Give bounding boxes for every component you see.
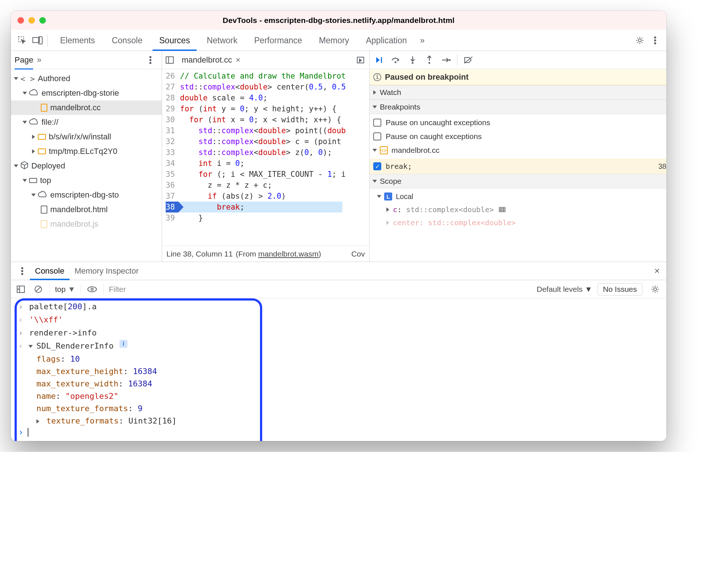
tree-folder-2[interactable]: tmp/tmp.ELcTq2Y0 [11,144,162,159]
gutter[interactable]: 262728 293031 323334 353637 3839 [162,69,178,246]
tree-node-file-scheme[interactable]: file:// [11,115,162,130]
breakpoint-file[interactable]: <> mandelbrot.cc [373,143,663,157]
breakpoint-entry[interactable]: ✓ break; 38 [370,159,666,174]
tree-node-site[interactable]: emscripten-dbg-storie [11,86,162,100]
step-into-icon[interactable] [407,54,418,66]
console-body[interactable]: › palette[200].a ‹ '\\xff' › renderer->i… [11,298,666,441]
svg-point-13 [395,61,397,63]
inspect-icon[interactable] [16,34,28,47]
chevron-down-icon[interactable] [28,345,33,348]
source-map-link[interactable]: mandelbrot.wasm [258,250,319,258]
section-label: Breakpoints [380,103,420,111]
chevron-down-icon [31,194,36,196]
navigator-overflow[interactable]: » [37,55,41,65]
tabs-overflow[interactable]: » [417,30,428,51]
toggle-debugger-icon[interactable] [357,57,364,63]
navigator-header: Page » [11,51,162,69]
section-watch[interactable]: Watch [370,85,666,100]
checkbox-checked[interactable]: ✓ [373,162,381,170]
object-property[interactable]: name: "opengles2" [36,390,666,402]
device-toolbar-icon[interactable] [31,34,44,47]
tab-network[interactable]: Network [200,30,244,51]
editor-tab[interactable]: mandelbrot.cc × [177,51,245,69]
checkbox[interactable] [373,132,381,140]
file-tree[interactable]: < > Authored emscripten-dbg-storie mande… [11,69,162,234]
deactivate-breakpoints-icon[interactable] [462,54,474,66]
checkbox[interactable] [373,119,381,127]
node-label: emscripten-dbg-storie [42,88,119,98]
chevron-down-icon [23,92,27,95]
more-icon[interactable] [649,34,661,47]
levels-label: Default levels [537,285,583,294]
coverage-label[interactable]: Cov [351,250,365,258]
memory-icon[interactable] [499,205,505,214]
tree-folder-1[interactable]: b/s/w/ir/x/w/install [11,130,162,144]
tab-elements[interactable]: Elements [54,30,102,51]
object-properties: flags: 10 max_texture_height: 16384 max_… [11,353,666,427]
log-levels-select[interactable]: Default levels▼ [537,285,592,294]
svg-point-19 [449,59,451,61]
issues-button[interactable]: No Issues [598,283,642,295]
clear-console-icon[interactable] [32,283,44,295]
svg-point-4 [654,36,656,38]
navigator-more-icon[interactable] [144,54,157,66]
chevron-right-icon [386,207,389,212]
object-property[interactable]: max_texture_width: 16384 [36,378,666,390]
tree-file-js[interactable]: mandelbrot.js [11,217,162,231]
window-title: DevTools - emscripten-dbg-stories.netlif… [11,16,666,25]
chevron-right-icon[interactable] [36,419,39,424]
object-property[interactable]: texture_formats: Uint32[16] [36,415,666,427]
prompt-in-icon: › [18,301,25,313]
svg-point-33 [88,287,97,292]
context-label: top [55,285,66,294]
tree-group-deployed[interactable]: Deployed [11,159,162,173]
drawer-close-icon[interactable]: × [651,265,663,277]
tab-application[interactable]: Application [359,30,414,51]
step-over-icon[interactable] [390,54,402,66]
object-property[interactable]: flags: 10 [36,353,666,365]
filter-input[interactable]: Filter [109,285,532,294]
drawer-tab-memory-inspector[interactable]: Memory Inspector [70,262,144,280]
section-breakpoints[interactable]: Breakpoints [370,100,666,114]
section-scope[interactable]: Scope [370,174,666,188]
live-expression-icon[interactable] [86,283,98,295]
code-area[interactable]: 262728 293031 323334 353637 3839 // Calc… [162,69,369,246]
prompt-in-icon: › [18,427,23,437]
tree-node-deployed-site[interactable]: emscripten-dbg-sto [11,188,162,202]
tree-file-mandelbrot-cc[interactable]: mandelbrot.cc [11,100,162,115]
scope-variable[interactable]: c: std::complex<double> [373,203,663,216]
settings-icon[interactable] [634,34,646,47]
console-sidebar-icon[interactable] [15,283,27,295]
scope-local[interactable]: L Local [373,190,663,203]
close-tab-icon[interactable]: × [236,55,240,65]
info-badge-icon[interactable]: i [119,340,127,348]
drawer-tab-console[interactable]: Console [30,262,70,280]
step-icon[interactable] [440,54,452,66]
tab-sources[interactable]: Sources [153,30,196,51]
pause-caught-row[interactable]: Pause on caught exceptions [373,130,663,143]
editor-tabs: mandelbrot.cc × [162,51,369,69]
console-output-line[interactable]: ‹ SDL_RendererInfo i [11,340,666,353]
object-property[interactable]: max_texture_height: 16384 [36,365,666,378]
node-label: file:// [42,118,58,127]
console-settings-icon[interactable] [649,283,661,295]
tab-memory[interactable]: Memory [312,30,356,51]
resume-icon[interactable] [373,54,385,66]
context-selector[interactable]: top ▼ [55,285,81,294]
tab-console[interactable]: Console [105,30,149,51]
toggle-navigator-icon[interactable] [164,54,176,66]
tree-group-authored[interactable]: < > Authored [11,71,162,86]
file-label: mandelbrot.cc [391,146,440,155]
object-property[interactable]: num_texture_formats: 9 [36,402,666,415]
code-body[interactable]: // Calculate and draw the Mandelbrot std… [178,69,346,246]
navigator-tab-page[interactable]: Page [15,55,33,69]
step-out-icon[interactable] [424,54,435,66]
tree-file-html[interactable]: mandelbrot.html [11,202,162,217]
scope-body: L Local c: std::complex<double> center: … [370,188,666,229]
tree-node-top[interactable]: top [11,173,162,188]
svg-point-17 [429,62,430,64]
console-prompt[interactable]: › [11,427,666,437]
tab-performance[interactable]: Performance [248,30,309,51]
pause-uncaught-row[interactable]: Pause on uncaught exceptions [373,116,663,130]
drawer-more-icon[interactable] [16,265,28,277]
